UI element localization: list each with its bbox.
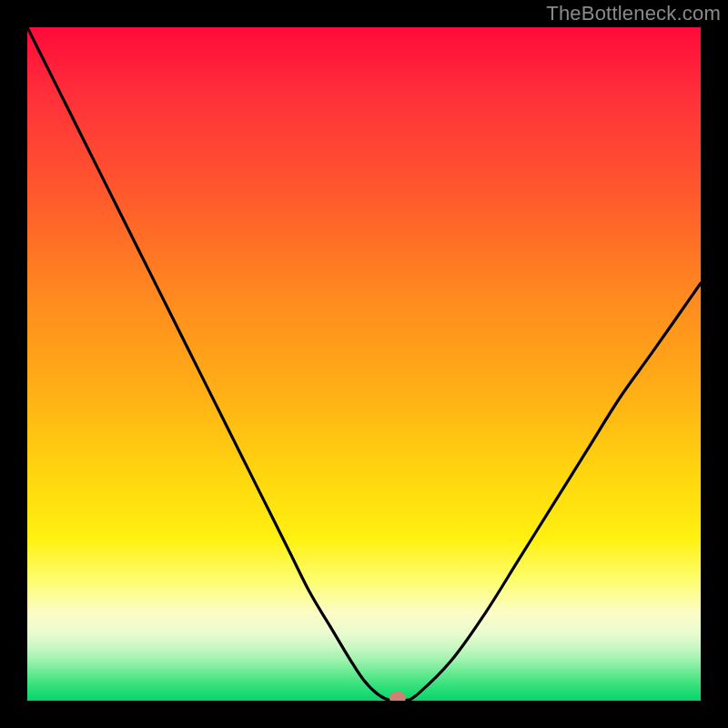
chart-panel (27, 27, 701, 701)
optimal-marker (389, 692, 406, 701)
watermark-text: TheBottleneck.com (546, 2, 721, 25)
bottleneck-curve (27, 27, 701, 701)
chart-frame: TheBottleneck.com (0, 0, 728, 728)
